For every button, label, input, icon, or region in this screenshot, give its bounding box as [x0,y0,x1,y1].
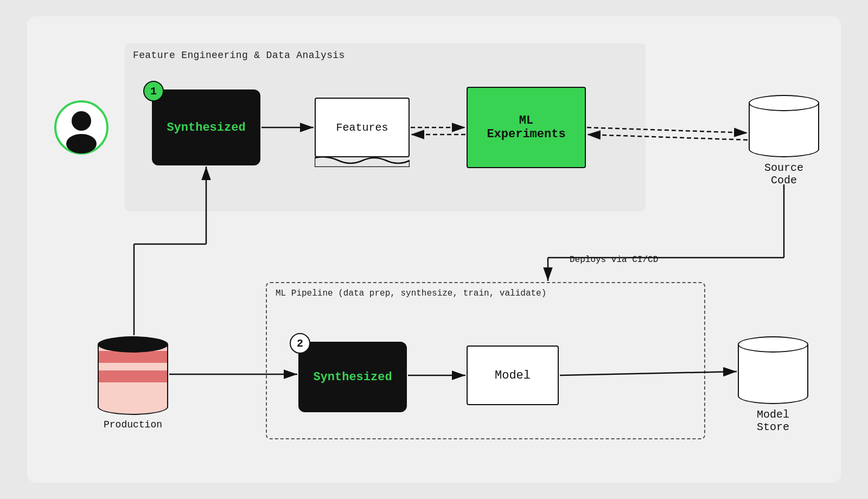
synth1-box: Synthesized [152,89,260,165]
avatar [54,100,108,155]
model-label: Model [495,369,531,382]
ml-experiments-node: MLExperiments [467,87,586,168]
model-store-label: ModelStore [738,408,808,433]
model-store-node: ModelStore [738,336,808,433]
synthesized-node-2: 2 Synthesized [298,342,407,412]
source-label: Source Code [749,162,819,187]
source-cylinder [749,95,819,157]
pipeline-label: ML Pipeline (data prep, synthesize, trai… [276,289,546,298]
svg-point-1 [72,111,91,131]
ml-exp-label: MLExperiments [487,114,565,141]
features-node: Features [315,98,410,157]
synthesized-node-1: 1 Synthesized [152,89,260,165]
badge-1: 1 [143,81,164,101]
source-code-node: Source Code [749,95,819,187]
source-cyl-body [749,103,819,157]
production-label: Production [98,419,168,430]
production-node: Production [98,336,168,430]
deploys-label: Deploys via CI/CD [570,255,658,265]
badge-2: 2 [290,333,310,354]
features-label: Features [336,121,388,134]
synth1-label: Synthesized [167,121,245,135]
svg-point-2 [66,134,97,153]
ml-exp-box: MLExperiments [467,87,586,168]
model-node: Model [467,346,559,405]
features-box: Features [315,98,410,157]
feature-engineering-label: Feature Engineering & Data Analysis [133,50,345,61]
synth2-label: Synthesized [313,370,392,384]
diagram-container: Feature Engineering & Data Analysis ML P… [27,16,841,483]
source-cyl-top [749,95,819,111]
synth2-box: Synthesized [298,342,407,412]
model-box: Model [467,346,559,405]
